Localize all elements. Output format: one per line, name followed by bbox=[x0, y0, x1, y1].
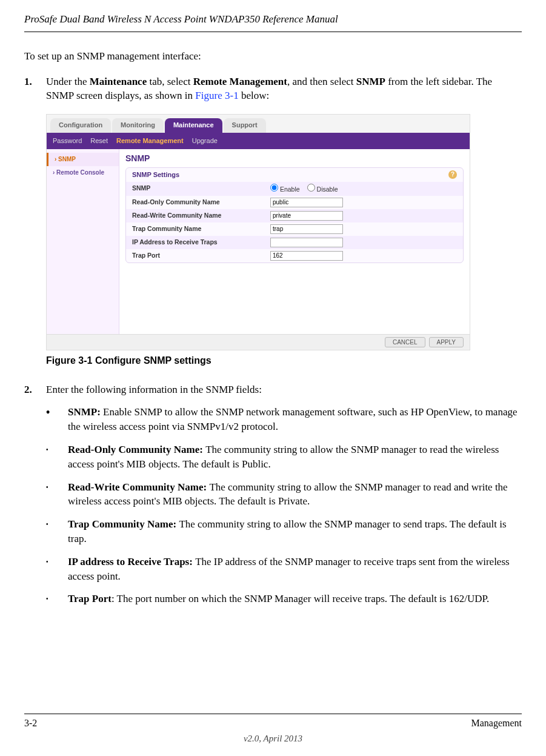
manual-header: ProSafe Dual Band Wireless N Access Poin… bbox=[24, 12, 522, 32]
fieldset-legend: SNMP Settings ? bbox=[126, 168, 463, 182]
s1-link: Figure 3-1 bbox=[195, 90, 238, 101]
sub-upgrade[interactable]: Upgrade bbox=[192, 136, 218, 146]
apply-button[interactable]: APPLY bbox=[429, 337, 464, 347]
sub-reset[interactable]: Reset bbox=[90, 136, 108, 146]
b4-bold: IP address to Receive Traps: bbox=[68, 556, 195, 567]
ip-input[interactable] bbox=[270, 238, 343, 247]
bullet-mark: • bbox=[46, 405, 68, 434]
s1-b3: SNMP bbox=[356, 76, 385, 87]
step-1: 1. Under the Maintenance tab, select Rem… bbox=[24, 75, 522, 104]
bullet-rw: • Read-Write Community Name: The communi… bbox=[46, 480, 522, 509]
snmp-enable-label: SNMP bbox=[132, 184, 265, 194]
ro-label: Read-Only Community Name bbox=[132, 198, 265, 207]
s1-m2: , and then select bbox=[287, 76, 356, 87]
tab-configuration[interactable]: Configuration bbox=[50, 118, 111, 132]
b1-bold: Read-Only Community Name: bbox=[68, 444, 205, 455]
port-label: Trap Port bbox=[132, 251, 265, 261]
sub-remote-management[interactable]: Remote Management bbox=[116, 136, 184, 146]
step-1-body: Under the Maintenance tab, select Remote… bbox=[46, 75, 522, 104]
step-2: 2. Enter the following information in th… bbox=[24, 383, 522, 397]
ip-label: IP Address to Receive Traps bbox=[132, 238, 265, 247]
top-tabs: Configuration Monitoring Maintenance Sup… bbox=[47, 115, 470, 132]
bullet-port: • Trap Port: The port number on which th… bbox=[46, 592, 522, 606]
bullet-trap: • Trap Community Name: The community str… bbox=[46, 517, 522, 546]
cancel-button[interactable]: CANCEL bbox=[385, 337, 425, 347]
b0-rest: Enable SNMP to allow the SNMP network ma… bbox=[68, 406, 518, 432]
b0-bold: SNMP: bbox=[68, 406, 103, 418]
sub-tabs: Password Reset Remote Management Upgrade bbox=[47, 133, 470, 149]
help-icon[interactable]: ? bbox=[448, 170, 457, 179]
enable-text: Enable bbox=[280, 186, 300, 193]
section-name: Management bbox=[471, 717, 522, 730]
sub-password[interactable]: Password bbox=[53, 136, 82, 146]
sidebar-item-remote-console[interactable]: › Remote Console bbox=[47, 166, 119, 179]
sidebar-snmp-label: SNMP bbox=[58, 156, 76, 162]
bullet-mark: • bbox=[46, 592, 68, 606]
step-2-num: 2. bbox=[24, 383, 46, 397]
figure-caption: Figure 3-1 Configure SNMP settings bbox=[46, 354, 522, 367]
disable-text: Disable bbox=[317, 186, 338, 193]
b5-bold: Trap Port bbox=[68, 593, 112, 604]
s1-b1: Maintenance bbox=[90, 76, 147, 87]
step-1-num: 1. bbox=[24, 75, 46, 104]
trap-label: Trap Community Name bbox=[132, 224, 265, 234]
bullet-mark: • bbox=[46, 480, 68, 509]
rw-label: Read-Write Community Name bbox=[132, 211, 265, 221]
screenshot-footer: CANCEL APPLY bbox=[47, 334, 470, 350]
bullet-snmp: • SNMP: Enable SNMP to allow the SNMP ne… bbox=[46, 405, 522, 434]
panel-title: SNMP bbox=[125, 153, 464, 165]
sidebar-item-snmp[interactable]: › SNMP bbox=[47, 153, 119, 166]
b3-bold: Trap Community Name: bbox=[68, 518, 179, 530]
port-input[interactable] bbox=[270, 251, 343, 261]
s1-m1: tab, select bbox=[147, 76, 193, 87]
tab-support[interactable]: Support bbox=[224, 118, 266, 132]
s1-end: below: bbox=[239, 90, 270, 101]
page-footer: 3-2 Management v2.0, April 2013 bbox=[24, 714, 522, 745]
bullet-ip: • IP address to Receive Traps: The IP ad… bbox=[46, 555, 522, 584]
snmp-screenshot: Configuration Monitoring Maintenance Sup… bbox=[46, 114, 470, 350]
snmp-fieldset: SNMP Settings ? SNMP Enable Disable bbox=[125, 167, 464, 263]
legend-text: SNMP Settings bbox=[132, 170, 179, 179]
b5-rest: : The port number on which the SNMP Mana… bbox=[112, 593, 489, 604]
rw-input[interactable] bbox=[270, 211, 343, 221]
radio-disable[interactable]: Disable bbox=[307, 184, 338, 194]
step-2-body: Enter the following information in the S… bbox=[46, 383, 522, 397]
s1-pre: Under the bbox=[46, 76, 90, 87]
bullet-mark: • bbox=[46, 555, 68, 584]
version-text: v2.0, April 2013 bbox=[24, 732, 522, 745]
radio-enable[interactable]: Enable bbox=[270, 184, 300, 194]
page-number: 3-2 bbox=[24, 717, 37, 730]
ro-input[interactable] bbox=[270, 198, 343, 207]
trap-input[interactable] bbox=[270, 224, 343, 234]
tab-maintenance[interactable]: Maintenance bbox=[165, 118, 222, 132]
s1-b2: Remote Management bbox=[193, 76, 287, 87]
intro-text: To set up an SNMP management interface: bbox=[24, 49, 522, 64]
bullet-mark: • bbox=[46, 443, 68, 472]
sidebar: › SNMP › Remote Console bbox=[47, 149, 119, 337]
bullet-ro: • Read-Only Community Name: The communit… bbox=[46, 443, 522, 472]
content-panel: SNMP SNMP Settings ? SNMP Enable Disable bbox=[119, 149, 470, 337]
figure-3-1: Configuration Monitoring Maintenance Sup… bbox=[46, 114, 522, 350]
tab-monitoring[interactable]: Monitoring bbox=[112, 118, 164, 132]
sidebar-remote-label: Remote Console bbox=[56, 169, 104, 176]
b2-bold: Read-Write Community Name: bbox=[68, 481, 209, 493]
bullet-mark: • bbox=[46, 517, 68, 546]
